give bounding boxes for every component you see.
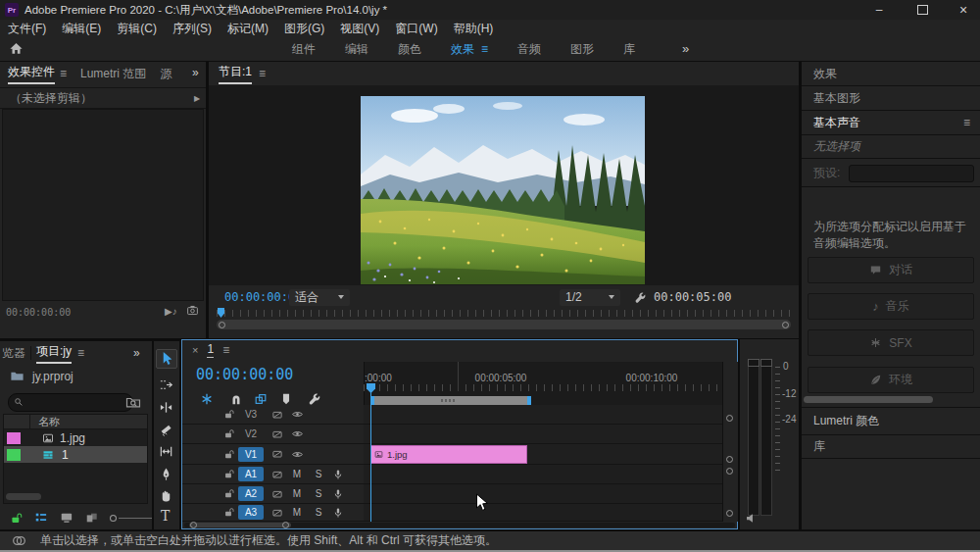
workspace-tab-effects-menu-icon[interactable]: ≡ xyxy=(481,42,488,56)
program-menu-icon[interactable]: ≡ xyxy=(259,67,266,80)
track-content-v3[interactable] xyxy=(364,405,722,425)
track-lock-icon[interactable] xyxy=(223,428,234,439)
tab-effects-panel[interactable]: 效果 xyxy=(802,62,980,86)
timeline-ruler-ticks[interactable] xyxy=(364,384,722,391)
preset-input[interactable] xyxy=(849,165,974,182)
project-overflow-icon[interactable]: » xyxy=(133,346,140,360)
search-bin-icon[interactable] xyxy=(125,394,141,410)
pen-tool[interactable] xyxy=(159,467,173,481)
track-name-v2[interactable]: V2 xyxy=(238,427,264,441)
project-search-input[interactable] xyxy=(8,393,133,412)
timeline-zoom-bar[interactable] xyxy=(370,396,531,405)
timeline-settings-wrench-icon[interactable] xyxy=(308,392,321,406)
track-content-a3[interactable] xyxy=(364,504,722,522)
track-name-v1[interactable]: V1 xyxy=(238,447,264,462)
h-scroll-handle-left[interactable] xyxy=(190,522,197,528)
mute-button[interactable]: M xyxy=(290,469,304,479)
sync-lock-icon[interactable] xyxy=(271,469,283,480)
track-name-a1[interactable]: A1 xyxy=(238,467,264,481)
track-output-eye-icon[interactable] xyxy=(291,408,304,421)
track-lock-icon[interactable] xyxy=(223,507,234,518)
tab-effect-controls[interactable]: 效果控件 xyxy=(8,64,55,84)
slip-tool[interactable] xyxy=(159,444,173,459)
menu-file[interactable]: 文件(F) xyxy=(0,21,54,37)
tab-media-browser-partial[interactable]: 览器 xyxy=(2,345,25,362)
track-output-eye-icon[interactable] xyxy=(291,448,304,461)
timeline-timecode[interactable]: 00:00:00:00 xyxy=(196,366,293,383)
workspace-tab-assembly[interactable]: 组件 xyxy=(292,41,316,58)
project-menu-icon[interactable]: ≡ xyxy=(77,346,84,360)
v-scroll-handle[interactable] xyxy=(726,510,733,517)
tab-source[interactable]: 源 xyxy=(160,66,172,82)
solo-button[interactable]: S xyxy=(312,507,325,518)
mute-button[interactable]: M xyxy=(290,488,304,499)
menu-window[interactable]: 窗口(W) xyxy=(387,21,445,37)
sync-lock-icon[interactable] xyxy=(271,507,283,519)
item-name[interactable]: 1 xyxy=(62,448,69,462)
effect-controls-overflow-icon[interactable]: » xyxy=(192,66,199,79)
track-content-v2[interactable] xyxy=(364,425,722,444)
tab-program[interactable]: 节目:1 xyxy=(219,64,252,84)
timeline-tab-close-icon[interactable]: × xyxy=(192,344,198,356)
menu-help[interactable]: 帮助(H) xyxy=(446,21,502,37)
timeline-tab[interactable]: 1 xyxy=(207,342,214,358)
menu-markers[interactable]: 标记(M) xyxy=(220,21,276,37)
workspace-overflow-icon[interactable]: » xyxy=(682,41,689,56)
linked-selection-icon[interactable] xyxy=(254,392,268,406)
track-output-eye-icon[interactable] xyxy=(291,427,304,440)
restore-button[interactable] xyxy=(907,1,937,19)
track-content-a1[interactable] xyxy=(364,465,722,484)
column-name-header[interactable]: 名称 xyxy=(38,415,60,429)
tab-essential-sound[interactable]: 基本声音 ≡ xyxy=(802,111,980,135)
playback-resolution-select[interactable]: 1/2 xyxy=(560,289,620,306)
speaker-icon[interactable] xyxy=(745,512,758,525)
home-icon[interactable] xyxy=(9,41,24,56)
menu-clip[interactable]: 剪辑(C) xyxy=(109,21,165,37)
track-lock-icon[interactable] xyxy=(223,469,234,479)
v-scroll-handle[interactable] xyxy=(726,415,733,422)
type-tool[interactable]: T xyxy=(161,508,170,524)
v-scroll-handle[interactable] xyxy=(726,456,733,463)
zoom-bar-right-handle[interactable] xyxy=(527,396,531,405)
zoom-level-select[interactable]: 适合 xyxy=(289,289,350,306)
menu-graphics[interactable]: 图形(G) xyxy=(276,21,332,37)
track-lock-icon[interactable] xyxy=(223,409,234,420)
expand-icon[interactable]: ▶ xyxy=(194,94,200,103)
nest-sequence-icon[interactable] xyxy=(200,392,214,406)
sync-lock-icon[interactable] xyxy=(271,409,283,421)
workspace-tab-graphics[interactable]: 图形 xyxy=(570,41,594,58)
label-color-chip[interactable] xyxy=(7,432,21,444)
track-select-forward-tool[interactable] xyxy=(159,377,173,392)
mute-button[interactable]: M xyxy=(290,507,304,518)
menu-edit[interactable]: 编辑(E) xyxy=(54,21,109,37)
razor-tool[interactable] xyxy=(159,423,173,437)
tab-project[interactable]: 项目:jy xyxy=(36,343,72,364)
track-name-a3[interactable]: A3 xyxy=(238,505,264,520)
program-settings-wrench-icon[interactable] xyxy=(634,291,647,304)
tab-lumetri-color[interactable]: Lumetri 颜色 xyxy=(802,407,980,435)
scrollbar-handle-left[interactable] xyxy=(219,322,225,328)
sfx-button[interactable]: SFX xyxy=(808,329,974,356)
solo-button[interactable]: S xyxy=(312,469,325,479)
track-lock-icon[interactable] xyxy=(223,449,234,460)
h-scroll-handle-right[interactable] xyxy=(282,522,289,528)
list-view-icon[interactable] xyxy=(34,511,48,525)
dialogue-button[interactable]: 对话 xyxy=(808,257,974,283)
tab-lumetri-scopes[interactable]: Lumetri 范围 xyxy=(80,66,146,82)
minimize-button[interactable]: – xyxy=(864,1,894,19)
track-content-a2[interactable] xyxy=(364,484,722,504)
v-scroll-handle[interactable] xyxy=(726,468,733,475)
list-scrollbar-stub[interactable] xyxy=(6,493,41,500)
menu-view[interactable]: 视图(V) xyxy=(332,21,387,37)
right-panel-scrollbar[interactable] xyxy=(804,396,933,403)
label-color-chip[interactable] xyxy=(7,449,21,461)
zoom-slider-track[interactable] xyxy=(119,518,152,519)
tab-libraries[interactable]: 库 xyxy=(802,434,980,459)
essential-sound-menu-icon[interactable]: ≡ xyxy=(963,116,970,129)
menu-sequence[interactable]: 序列(S) xyxy=(165,21,220,37)
timeline-playhead-line[interactable] xyxy=(370,391,371,522)
effect-controls-menu-icon[interactable]: ≡ xyxy=(60,67,67,80)
project-writable-lock-icon[interactable] xyxy=(10,512,23,525)
track-name-a2[interactable]: A2 xyxy=(238,486,264,501)
scrollbar-handle-right[interactable] xyxy=(782,322,789,328)
